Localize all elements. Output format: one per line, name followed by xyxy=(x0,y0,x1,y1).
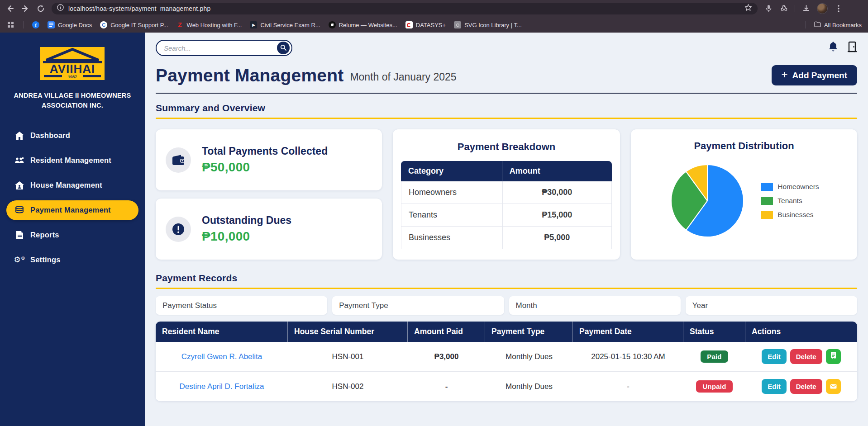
breakdown-row: Businesses ₱5,000 xyxy=(401,227,612,249)
logout-door-icon[interactable] xyxy=(847,41,857,55)
send-reminder-button[interactable] xyxy=(826,379,841,394)
house-serial-cell: HSN-001 xyxy=(288,342,408,372)
house-serial-cell: HSN-002 xyxy=(288,372,408,401)
legend-swatch xyxy=(761,197,773,205)
filter-payment-type[interactable]: Payment Type xyxy=(332,296,504,315)
search-icon xyxy=(280,44,286,52)
breakdown-category: Homeowners xyxy=(401,181,502,204)
filter-payment-status[interactable]: Payment Status xyxy=(156,296,327,315)
bookmark-google-it-support[interactable]: C Google IT Support P... xyxy=(100,21,168,28)
payment-type-cell: Monthly Dues xyxy=(485,372,573,401)
payment-date-cell: - xyxy=(573,372,683,401)
site-info-icon[interactable] xyxy=(57,4,64,13)
coins-icon xyxy=(14,206,24,214)
breakdown-amount: ₱5,000 xyxy=(502,227,612,249)
sidebar: AVIIHAI 1987 ANDREA VILLAGE II HOMEOWNER… xyxy=(0,33,145,426)
notifications-bell-icon[interactable] xyxy=(828,42,838,55)
sidebar-item-house-management[interactable]: House Management xyxy=(6,175,138,195)
back-icon[interactable] xyxy=(5,4,14,13)
bookmark-google-docs[interactable]: Google Docs xyxy=(48,21,92,28)
toolbar-divider xyxy=(795,5,795,12)
total-payments-title: Total Payments Collected xyxy=(202,145,328,157)
address-bar[interactable]: localhost/hoa-system/payment_management.… xyxy=(52,3,758,14)
search-button[interactable] xyxy=(277,42,290,54)
menu-kebab-icon[interactable] xyxy=(834,4,843,13)
delete-button[interactable]: Delete xyxy=(790,379,822,394)
page-header: Payment Management Month of January 2025… xyxy=(156,65,857,85)
breakdown-row: Homeowners ₱30,000 xyxy=(401,181,612,204)
bookmark-label: SVG Icon Library | T... xyxy=(464,22,522,28)
col-amount-paid: Amount Paid xyxy=(408,322,485,342)
all-bookmarks-button[interactable]: All Bookmarks xyxy=(814,21,862,28)
outstanding-dues-value: ₱10,000 xyxy=(202,229,291,244)
sidebar-item-label: Settings xyxy=(30,256,61,264)
settings-gears-icon: ⚙⚙ xyxy=(14,256,24,264)
bookmark-civil-service[interactable]: ▶ Civil Service Exam R... xyxy=(250,21,320,28)
resident-name-link[interactable]: Czyrell Gwen R. Abelita xyxy=(181,352,262,361)
total-payments-card: Total Payments Collected ₱50,000 xyxy=(156,129,382,190)
records-underline xyxy=(156,288,857,289)
house-icon xyxy=(14,181,24,189)
downloads-icon[interactable] xyxy=(801,4,811,13)
relume-icon xyxy=(329,21,336,28)
legend-swatch xyxy=(761,183,773,191)
bookmark-datasys[interactable]: DATASYS+ xyxy=(405,21,446,28)
delete-button[interactable]: Delete xyxy=(790,349,822,364)
add-payment-button[interactable]: + Add Payment xyxy=(772,65,857,85)
microphone-icon[interactable] xyxy=(764,4,773,13)
payment-breakdown-card: Payment Breakdown Category Amount Homeow… xyxy=(393,129,620,260)
breakdown-col-category: Category xyxy=(401,161,502,181)
org-name: ANDREA VILLAGE II HOMEOWNERS ASSOCIATION… xyxy=(11,91,134,111)
breakdown-col-amount: Amount xyxy=(502,161,612,181)
receipt-button[interactable] xyxy=(826,349,841,364)
alert-icon xyxy=(166,217,191,242)
sidebar-nav: Dashboard Resident Management House Mana… xyxy=(0,126,145,275)
legend-label: Businesses xyxy=(777,211,813,219)
payment-record-row: Destine April D. Fortaliza HSN-002 - Mon… xyxy=(156,372,857,401)
sidebar-item-dashboard[interactable]: Dashboard xyxy=(6,126,138,146)
page-title: Payment Management xyxy=(156,66,343,85)
sidebar-item-settings[interactable]: ⚙⚙ Settings xyxy=(6,250,138,270)
sidebar-item-payment-management[interactable]: Payment Management xyxy=(6,200,138,220)
sidebar-item-reports[interactable]: Reports xyxy=(6,225,138,245)
reload-icon[interactable] xyxy=(36,4,45,13)
svg-text:1987: 1987 xyxy=(68,75,77,79)
extensions-icon[interactable] xyxy=(779,4,788,13)
sidebar-item-resident-management[interactable]: Resident Management xyxy=(6,151,138,170)
records-section-head: Payment Records xyxy=(156,273,857,289)
records-section-title: Payment Records xyxy=(156,273,857,284)
aviihai-logo: AVIIHAI 1987 xyxy=(40,47,105,80)
apps-grid-icon[interactable] xyxy=(6,20,15,29)
status-badge: Paid xyxy=(701,350,728,363)
filter-month[interactable]: Month xyxy=(509,296,681,315)
bookmark-star-icon[interactable] xyxy=(744,4,752,13)
sidebar-item-label: Dashboard xyxy=(30,131,70,140)
resident-name-link[interactable]: Destine April D. Fortaliza xyxy=(179,382,264,391)
summary-cards: Total Payments Collected ₱50,000 Outstan… xyxy=(156,129,857,260)
video-icon: ▶ xyxy=(250,21,257,28)
edit-button[interactable]: Edit xyxy=(762,379,786,394)
google-docs-icon xyxy=(48,21,55,28)
svg-library-icon xyxy=(454,21,461,28)
facebook-icon: f xyxy=(32,21,39,28)
wallet-icon xyxy=(166,147,191,173)
pie-legend: Homeowners Tenants Businesses xyxy=(761,183,819,219)
header-divider xyxy=(156,93,857,94)
col-resident-name: Resident Name xyxy=(156,322,288,342)
filter-year[interactable]: Year xyxy=(686,296,857,315)
bookmark-web-hosting[interactable]: Z Web Hosting with F... xyxy=(176,21,242,28)
edit-button[interactable]: Edit xyxy=(762,349,786,364)
profile-avatar[interactable] xyxy=(817,3,828,14)
bookmark-relume[interactable]: Relume — Websites... xyxy=(329,21,397,28)
payment-distribution-pie xyxy=(669,162,746,239)
z-icon: Z xyxy=(176,21,184,28)
sidebar-item-label: Payment Management xyxy=(30,206,111,214)
forward-icon[interactable] xyxy=(21,4,30,13)
bookmark-svg-icon-library[interactable]: SVG Icon Library | T... xyxy=(454,21,522,28)
bookmarks-right-divider xyxy=(806,21,806,28)
bookmark-label: Web Hosting with F... xyxy=(187,22,242,28)
bookmark-facebook[interactable]: f xyxy=(32,21,39,28)
url-text[interactable]: localhost/hoa-system/payment_management.… xyxy=(68,5,740,12)
summary-section-head: Summary and Overview xyxy=(156,103,857,119)
search-input[interactable] xyxy=(164,44,277,52)
